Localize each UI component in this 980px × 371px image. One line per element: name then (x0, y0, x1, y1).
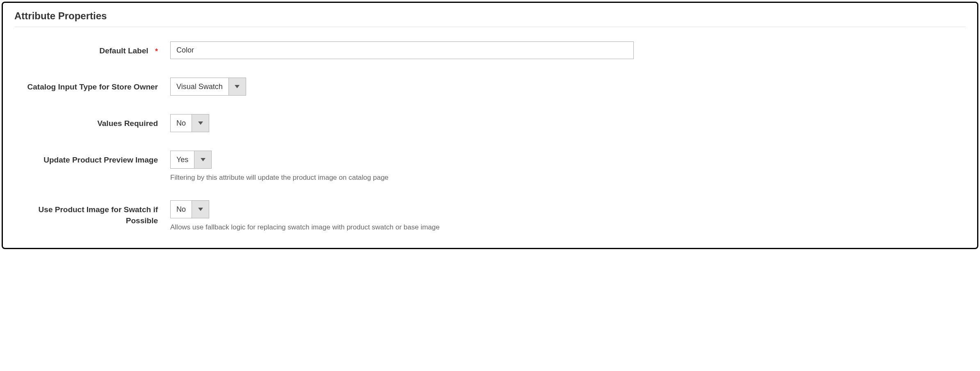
catalog-input-type-label: Catalog Input Type for Store Owner (27, 82, 158, 93)
label-col: Update Product Preview Image (14, 151, 162, 166)
svg-marker-3 (198, 208, 203, 211)
select-value: Yes (171, 151, 194, 168)
label-col: Values Required (14, 114, 162, 129)
update-preview-help-text: Filtering by this attribute will update … (170, 174, 966, 182)
label-col: Use Product Image for Swatch if Possible (14, 200, 162, 226)
field-row-use-product-image: Use Product Image for Swatch if Possible… (14, 200, 966, 231)
use-product-image-help-text: Allows use fallback logic for replacing … (170, 223, 966, 231)
select-value: No (171, 115, 192, 132)
field-col: Yes Filtering by this attribute will upd… (162, 151, 966, 182)
field-col: No (162, 114, 966, 132)
default-label-input[interactable] (170, 41, 634, 59)
field-col: No Allows use fallback logic for replaci… (162, 200, 966, 231)
chevron-down-icon (192, 201, 209, 218)
field-col (162, 41, 966, 59)
values-required-select[interactable]: No (170, 114, 209, 132)
catalog-input-type-select[interactable]: Visual Swatch (170, 78, 246, 96)
svg-marker-0 (235, 85, 240, 88)
required-asterisk-icon: * (155, 47, 158, 55)
field-row-update-preview: Update Product Preview Image Yes Filteri… (14, 151, 966, 182)
update-preview-select[interactable]: Yes (170, 151, 212, 169)
update-preview-label: Update Product Preview Image (43, 155, 158, 166)
use-product-image-select[interactable]: No (170, 200, 209, 218)
field-row-values-required: Values Required No (14, 114, 966, 132)
default-label-label: Default Label (99, 46, 148, 57)
field-col: Visual Swatch (162, 78, 966, 96)
section-title: Attribute Properties (14, 10, 966, 22)
use-product-image-label: Use Product Image for Swatch if Possible (14, 204, 158, 226)
chevron-down-icon (192, 115, 209, 132)
chevron-down-icon (228, 78, 246, 95)
label-col: Default Label * (14, 41, 162, 57)
svg-marker-1 (198, 121, 203, 125)
chevron-down-icon (194, 151, 211, 168)
select-value: Visual Swatch (171, 78, 228, 95)
values-required-label: Values Required (97, 118, 158, 129)
field-row-catalog-input-type: Catalog Input Type for Store Owner Visua… (14, 78, 966, 96)
select-value: No (171, 201, 192, 218)
field-row-default-label: Default Label * (14, 41, 966, 59)
label-col: Catalog Input Type for Store Owner (14, 78, 162, 93)
svg-marker-2 (201, 158, 206, 161)
attribute-properties-panel: Attribute Properties Default Label * Cat… (2, 2, 978, 249)
section-divider (14, 27, 966, 27)
